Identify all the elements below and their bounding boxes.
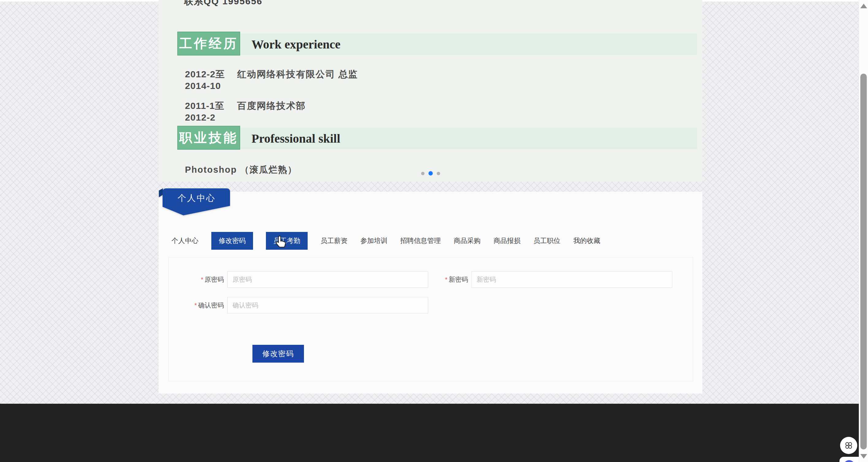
required-marker: * (194, 302, 197, 309)
required-marker: * (201, 276, 203, 283)
work-experience-title-cn: 工作经历 (177, 32, 240, 56)
contact-qq-line: 联系QQ 1995656 (184, 0, 262, 8)
carousel-dot[interactable] (437, 172, 440, 175)
old-password-label: *原密码 (169, 275, 224, 284)
work-period: 2012-2至2014-10 (185, 68, 237, 91)
page-footer (0, 404, 859, 462)
new-password-label: *新密码 (440, 275, 468, 284)
work-period: 2011-1至2012-2 (185, 100, 237, 123)
tab-my-favorites[interactable]: 我的收藏 (573, 236, 600, 245)
vertical-scrollbar (859, 0, 868, 462)
carousel-dot[interactable] (421, 172, 425, 175)
scrollbar-thumb[interactable] (860, 73, 867, 450)
carousel-dot-active[interactable] (429, 171, 433, 176)
carousel-dots (421, 171, 440, 176)
resume-carousel-panel: 联系QQ 1995656 工作经历 Work experience 2012-2… (159, 0, 702, 182)
professional-skill-title-cn: 职业技能 (177, 126, 240, 150)
tab-employee-attendance[interactable]: 员工考勤 (266, 232, 308, 250)
tab-training[interactable]: 参加培训 (361, 236, 388, 245)
old-password-input[interactable] (227, 271, 428, 288)
new-password-input[interactable] (471, 271, 672, 288)
work-experience-list: 2012-2至2014-10 红动网络科技有限公司 总监 2011-1至2012… (185, 68, 358, 131)
tab-recruitment-info[interactable]: 招聘信息管理 (400, 236, 441, 245)
change-password-form: *原密码 *新密码 *确认密码 修改密码 (168, 257, 693, 381)
form-row: *原密码 *新密码 (169, 271, 672, 288)
skill-item: Photoshop （滚瓜烂熟） (185, 164, 297, 176)
floating-apps-button[interactable] (840, 437, 857, 454)
professional-skill-title-en: Professional skill (240, 128, 697, 149)
new-password-label-text: 新密码 (449, 276, 468, 283)
work-detail: 红动网络科技有限公司 总监 (237, 68, 358, 91)
scroll-up-icon[interactable] (860, 4, 867, 8)
page-background: 联系QQ 1995656 工作经历 Work experience 2012-2… (0, 0, 868, 462)
tab-change-password[interactable]: 修改密码 (211, 232, 253, 250)
ribbon-label: 个人中心 (166, 192, 227, 204)
work-experience-title-en: Work experience (240, 33, 697, 55)
tab-employee-salary[interactable]: 员工薪资 (320, 236, 347, 245)
tab-personal-center[interactable]: 个人中心 (172, 236, 198, 245)
tab-bar: 个人中心 修改密码 员工考勤 员工薪资 参加培训 招聘信息管理 商品采购 商品报… (172, 232, 600, 250)
professional-skill-header: 职业技能 Professional skill (177, 126, 697, 150)
tab-goods-damage[interactable]: 商品报损 (494, 236, 521, 245)
clover-apps-icon (844, 441, 853, 450)
tab-goods-purchase[interactable]: 商品采购 (454, 236, 480, 245)
work-experience-row: 2011-1至2012-2 百度网络技术部 (185, 100, 358, 123)
confirm-password-label-text: 确认密码 (198, 302, 224, 309)
required-marker: * (445, 276, 447, 283)
scroll-down-icon[interactable] (860, 454, 867, 459)
personal-center-panel: 个人中心 个人中心 修改密码 员工考勤 员工薪资 参加培训 招聘信息管理 商品采… (159, 192, 702, 394)
hand-pointer-cursor-icon (275, 235, 287, 249)
personal-center-ribbon: 个人中心 (158, 187, 231, 217)
work-experience-row: 2012-2至2014-10 红动网络科技有限公司 总监 (185, 68, 358, 91)
change-password-button[interactable]: 修改密码 (252, 345, 304, 363)
tab-employee-position[interactable]: 员工职位 (533, 236, 560, 245)
form-row: *确认密码 (169, 297, 428, 313)
confirm-password-label: *确认密码 (169, 301, 224, 310)
confirm-password-input[interactable] (227, 297, 428, 313)
work-experience-header: 工作经历 Work experience (177, 32, 697, 56)
old-password-label-text: 原密码 (205, 276, 224, 283)
work-detail: 百度网络技术部 (237, 100, 306, 123)
